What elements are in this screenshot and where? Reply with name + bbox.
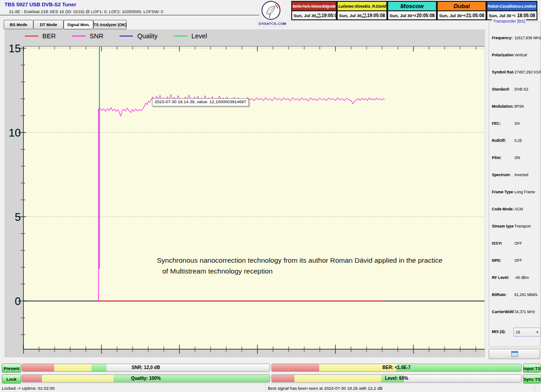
field-label-11: Stream type: xyxy=(492,224,513,228)
field-label-16: CarrierWidth: xyxy=(492,310,513,314)
field-label-0: Frequency: xyxy=(492,36,513,40)
clock-time: Sun, Jul 30 +1DST 19:05:08 xyxy=(337,11,387,20)
clock-date: Sun, Jul 30 xyxy=(390,13,412,18)
clock-utc-offset: +1 xyxy=(512,14,516,17)
field-value-11: Transport xyxy=(514,224,531,228)
satellite-subtitle: 21.6E - Eutelsat 21B SES 16 (ID: 0216) @… xyxy=(9,9,163,14)
clock-city-label: Dubai xyxy=(437,1,486,11)
clock-city-label: Rabat-Casablanca-London xyxy=(486,1,537,11)
field-label-2: Symbol Rate: xyxy=(492,70,513,74)
ber-meter-label: BER: <1.0E-7 xyxy=(272,364,521,371)
clock-date: Sun, Jul 30 xyxy=(293,13,316,18)
y-axis-tick-label: 10 xyxy=(5,127,21,139)
field-label-6: RollOff: xyxy=(492,138,513,143)
transponder-groupbox-title: Transponder [BS] xyxy=(492,19,526,23)
y-axis-tick-label: 5 xyxy=(5,211,21,223)
lock-uptime-status: Locked -> Uptime: 01:02:00 xyxy=(2,386,55,391)
field-value-2: 27497,292 KS/s xyxy=(514,70,541,74)
chevron-down-icon: ▾ xyxy=(536,330,538,334)
field-value-14: -40 dBm xyxy=(514,275,529,280)
level-meter-label: Level: 60% xyxy=(272,375,521,382)
field-value-13: OFF xyxy=(514,258,522,263)
transponder-groupbox: Transponder [BS] Frequency:11617,838 MHz… xyxy=(489,22,541,347)
clock-hms: 19:05:08 xyxy=(367,13,385,18)
snr-meter-label: SNR: 12,0 dB xyxy=(22,364,270,371)
field-label-5: FEC: xyxy=(492,121,513,126)
field-label-10: Code Mode: xyxy=(492,207,513,211)
best-signal-status: Best signal has been seen at 2023-07-30 … xyxy=(268,386,383,391)
field-value-4: 8PSK xyxy=(514,104,524,109)
clock-city-label: Berlin-Paris-Vienna-Belgrade xyxy=(291,1,337,11)
snr-meter: SNR: 12,0 dB xyxy=(22,364,270,372)
clock-3: Moscow Sun, Jul 30 +3 20:05:08 xyxy=(387,1,437,20)
clock-utc-offset: +1DST xyxy=(316,13,321,18)
clock-4: Dubai Sun, Jul 30 +4 21:05:08 xyxy=(437,1,486,20)
mis-selected-value: 16 xyxy=(516,330,520,334)
field-label-15: BitRate: xyxy=(492,292,513,297)
field-value-12: OFF xyxy=(514,241,522,246)
clock-2: Lučenec-Slovakia_R.Dávid Sun, Jul 30 +1D… xyxy=(337,1,387,20)
field-label-8: Spectrum: xyxy=(492,173,513,177)
clock-utc-offset: +4 xyxy=(462,14,466,17)
clock-time: Sun, Jul 30 +3 20:05:08 xyxy=(387,11,437,20)
field-value-3: DVB-S2 xyxy=(514,87,528,91)
annotation-line-2: of Multistream technology reception xyxy=(162,266,442,277)
field-value-9: Long Frame xyxy=(514,190,535,194)
clock-hms: 18:05:08 xyxy=(517,13,535,18)
clock-date: Sun, Jul 30 xyxy=(339,13,362,18)
chart-plot[interactable] xyxy=(5,29,485,359)
field-label-13: NPD: xyxy=(492,258,513,263)
field-value-5: 3/4 xyxy=(514,121,520,126)
field-value-8: Inverted xyxy=(514,173,528,177)
logo-text: DXSATCS.COM xyxy=(258,21,284,26)
datapoint-tooltip: 2023-07-30 18.14.39, value: 12,100000381… xyxy=(152,98,249,106)
annotation-line-1: Synchronous nanocorrection technology fr… xyxy=(157,255,442,266)
mis-select[interactable]: 16 ▾ xyxy=(513,328,541,337)
clock-time: Sun, Jul 30 +4 21:05:08 xyxy=(437,11,486,20)
record-list-icon xyxy=(511,351,518,357)
lock-indicator-button[interactable]: Lock xyxy=(2,374,21,383)
quality-meter-label: Quality: 100% xyxy=(22,375,270,382)
statusbar-separator xyxy=(265,385,266,392)
tab-dt-mode[interactable]: DT Mode xyxy=(33,20,64,29)
clock-hms: 20:05:08 xyxy=(417,13,435,18)
field-value-6: 0.25 xyxy=(514,138,522,143)
clock-city-label: Moscow xyxy=(387,1,437,11)
clock-utc-offset: +3 xyxy=(413,14,416,17)
clock-date: Sun, Jul 30 xyxy=(439,13,462,18)
dxsatcs-logo: DXSATCS.COM xyxy=(258,0,284,24)
clock-5: Rabat-Casablanca-London Sun, Jul 30 +1 1… xyxy=(486,1,537,20)
tab-bs-mode[interactable]: BS Mode xyxy=(4,20,33,29)
field-label-9: Frame Type: xyxy=(492,190,513,194)
sync-ts-indicator-button[interactable]: Sync TS xyxy=(523,374,541,383)
ber-meter: BER: <1.0E-7 xyxy=(271,364,522,372)
status-bar: Locked -> Uptime: 01:02:00 Best signal h… xyxy=(0,383,541,392)
field-value-16: 34,371 MHz xyxy=(514,310,535,314)
clock-city-label: Lučenec-Slovakia_R.Dávid xyxy=(337,1,387,11)
tuner-app-window: TBS 5927 USB DVB-S2 Tuner 21.6E - Eutels… xyxy=(0,0,541,392)
field-value-7: ON xyxy=(514,155,520,160)
statusbar-separator xyxy=(535,385,535,392)
tab-ts-analyzer-ok-[interactable]: TS Analyzer (OK) xyxy=(93,20,127,29)
tab-signal-mon-[interactable]: Signal Mon. xyxy=(64,20,93,29)
field-value-15: 61,291 Mbit/s xyxy=(514,292,537,297)
satellite-dish-icon xyxy=(260,0,282,21)
signal-monitor-chart[interactable]: BER SNR Quality Level 051015 xyxy=(5,29,485,357)
clock-1: Berlin-Paris-Vienna-Belgrade Sun, Jul 30… xyxy=(291,1,337,20)
mis-label: MIS (4): xyxy=(492,329,513,334)
field-value-10: ACM xyxy=(514,207,523,211)
clock-utc-offset: +1DST xyxy=(362,13,367,18)
world-clocks: Berlin-Paris-Vienna-Belgrade Sun, Jul 30… xyxy=(291,1,537,20)
ts-log-button[interactable] xyxy=(489,349,540,359)
field-value-0: 11617,838 MHz xyxy=(514,36,541,40)
present-indicator-button[interactable]: Present xyxy=(2,364,21,373)
clock-time: Sun, Jul 30 +1DST 19:05:08 xyxy=(291,11,337,20)
input-ts-indicator-button[interactable]: Input TS xyxy=(523,364,541,373)
y-axis-tick-label: 15 xyxy=(5,42,21,55)
clock-date: Sun, Jul 30 xyxy=(489,13,511,18)
header-divider xyxy=(0,15,259,15)
clock-hms: 21:05:08 xyxy=(466,13,484,18)
field-label-14: RF Level: xyxy=(492,275,513,280)
quality-meter: Quality: 100% xyxy=(22,374,270,383)
field-label-12: ISSYI xyxy=(492,241,513,246)
